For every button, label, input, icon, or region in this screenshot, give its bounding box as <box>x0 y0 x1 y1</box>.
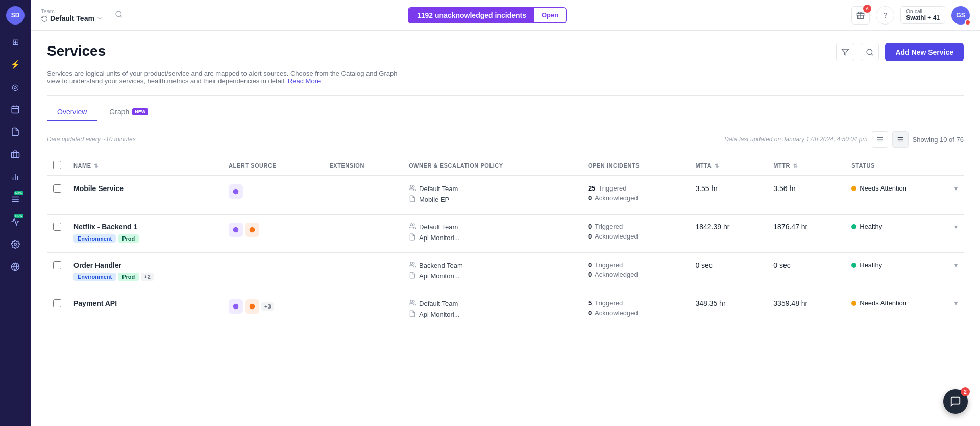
topbar-right: 6 ? On-call Swathi + 41 GS <box>851 6 970 25</box>
owner-row: Backend Team <box>409 261 576 270</box>
help-button[interactable]: ? <box>876 6 894 25</box>
read-more-link[interactable]: Read More <box>288 77 321 85</box>
team-name-text: Default Team <box>50 14 94 22</box>
chevron-down-icon[interactable]: ▾ <box>954 185 958 192</box>
gift-button[interactable]: 6 <box>851 6 870 25</box>
data-update-info: Data updated every ~10 minutes <box>47 136 136 143</box>
sidebar-item-services[interactable] <box>6 145 24 163</box>
team-selector[interactable]: Team Default Team <box>41 8 103 22</box>
svg-point-28 <box>410 185 413 188</box>
acknowledged-label: Acknowledged <box>595 232 638 240</box>
tab-overview[interactable]: Overview <box>47 104 97 121</box>
alert-source-icon <box>229 184 243 199</box>
status-label: Needs Attention <box>860 184 906 192</box>
svg-rect-4 <box>12 152 19 158</box>
service-name[interactable]: Order Handler <box>74 261 216 269</box>
incident-banner[interactable]: 1192 unacknowledged incidents Open <box>408 7 567 23</box>
incidents-cell-inner: 0 Triggered 0 Acknowledged <box>588 261 683 278</box>
table-row: Netflix - Backend 1EnvironmentProd Defau… <box>47 215 964 253</box>
mttr-cell: 1876.47 hr <box>767 215 845 253</box>
gift-badge: 6 <box>863 5 871 13</box>
triggered-label: Triggered <box>595 223 623 230</box>
open-incidents-button[interactable]: Open <box>534 8 566 22</box>
sidebar-item-monitor[interactable]: ◎ <box>6 78 24 96</box>
tab-graph[interactable]: Graph NEW <box>99 104 158 121</box>
grid-view-button[interactable] <box>892 131 909 148</box>
team-icon <box>409 299 416 308</box>
page-title: Services <box>47 43 106 59</box>
escalation-name: Api Monitori... <box>419 272 459 280</box>
escalation-icon <box>409 195 416 204</box>
row-checkbox-0[interactable] <box>53 184 61 193</box>
last-updated: Data last updated on January 17th 2024, … <box>724 136 867 143</box>
service-name[interactable]: Mobile Service <box>74 184 216 193</box>
acknowledged-label: Acknowledged <box>595 194 638 202</box>
sidebar-item-dashboard[interactable]: ⊞ <box>6 33 24 51</box>
add-service-button[interactable]: Add New Service <box>885 43 964 61</box>
page-description: Services are logical units of your produ… <box>47 69 404 85</box>
row-checkbox-1[interactable] <box>53 223 61 231</box>
row-checkbox-3[interactable] <box>53 299 61 307</box>
alert-icons <box>229 184 317 199</box>
alert-source-icon <box>245 223 259 237</box>
sidebar-avatar[interactable]: SD <box>6 6 24 25</box>
search-button[interactable] <box>861 43 879 61</box>
mtta-sort-icon[interactable]: ⇅ <box>715 163 719 169</box>
status-cell: Healthy ▾ <box>845 215 964 253</box>
alert-source-icon <box>229 223 243 237</box>
triggered-label: Triggered <box>595 261 623 269</box>
incidents-cell-inner: 5 Triggered 0 Acknowledged <box>588 299 683 317</box>
status-label: Healthy <box>860 223 882 230</box>
page-title-section: Services <box>47 43 106 59</box>
row-checkbox-2[interactable] <box>53 261 61 269</box>
list-view-button[interactable] <box>872 131 888 148</box>
escalation-row: Api Monitori... <box>409 233 576 242</box>
sidebar-item-calendar[interactable] <box>6 100 24 119</box>
owner-name: Default Team <box>419 300 458 307</box>
owner-row: Default Team <box>409 299 576 308</box>
tabs: Overview Graph NEW <box>47 104 964 121</box>
acknowledged-row: 0 Acknowledged <box>588 271 683 278</box>
select-all-checkbox[interactable] <box>53 161 61 169</box>
svg-point-19 <box>867 49 872 55</box>
name-sort-icon[interactable]: ⇅ <box>94 163 99 169</box>
user-avatar[interactable]: GS <box>951 6 970 25</box>
tag-prod: Prod <box>118 273 139 281</box>
team-icon <box>409 223 416 231</box>
status-cell: Needs Attention ▾ <box>845 176 964 215</box>
sidebar-item-new1[interactable] <box>6 190 24 208</box>
page-header: Services Add New Service <box>47 43 964 61</box>
sidebar-item-reports[interactable] <box>6 123 24 141</box>
sidebar-item-new2[interactable] <box>6 212 24 231</box>
mttr-sort-icon[interactable]: ⇅ <box>793 163 798 169</box>
service-name[interactable]: Netflix - Backend 1 <box>74 223 216 231</box>
chevron-down-icon[interactable]: ▾ <box>954 262 958 269</box>
sidebar-item-analytics[interactable] <box>6 168 24 186</box>
triggered-row: 0 Triggered <box>588 223 683 230</box>
table-controls-right: Data last updated on January 17th 2024, … <box>724 131 964 148</box>
chevron-down-icon[interactable]: ▾ <box>954 300 958 307</box>
status-label: Healthy <box>860 261 882 269</box>
filter-button[interactable] <box>836 43 854 61</box>
oncall-button[interactable]: On-call Swathi + 41 <box>900 6 945 24</box>
services-table: NAME ⇅ ALERT SOURCE EXTENSION OWNER & ES… <box>47 156 964 329</box>
chevron-down-icon[interactable]: ▾ <box>954 223 958 230</box>
sidebar-item-incidents[interactable]: ⚡ <box>6 55 24 74</box>
escalation-row: Api Monitori... <box>409 272 576 280</box>
escalation-icon <box>409 310 416 319</box>
sidebar-item-settings[interactable] <box>6 235 24 253</box>
mtta-cell: 348.35 hr <box>689 291 767 329</box>
triggered-count: 25 <box>588 184 595 192</box>
incident-count: 1192 unacknowledged incidents <box>409 8 534 22</box>
team-icon <box>409 261 416 270</box>
chat-button[interactable]: 2 <box>943 389 968 414</box>
sidebar-item-globe[interactable] <box>6 257 24 276</box>
svg-point-33 <box>233 304 239 310</box>
status-dot <box>851 224 856 229</box>
topbar-center: 1192 unacknowledged incidents Open <box>131 7 843 23</box>
team-name[interactable]: Default Team <box>41 14 103 22</box>
service-name[interactable]: Payment API <box>74 299 216 307</box>
topbar-search-icon[interactable] <box>115 10 123 20</box>
svg-point-34 <box>250 304 255 310</box>
new-badge: NEW <box>132 108 148 115</box>
